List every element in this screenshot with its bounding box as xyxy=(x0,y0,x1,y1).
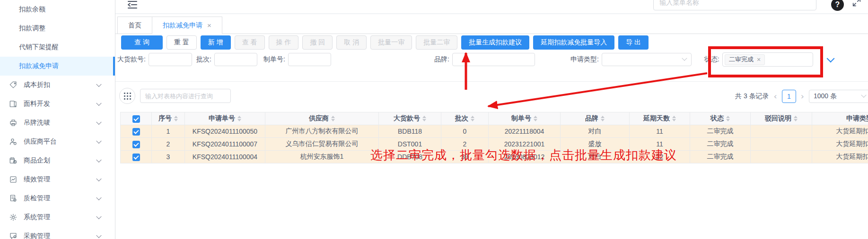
current-page[interactable]: 1 xyxy=(782,90,796,103)
sidebar-item-cost-discount[interactable]: 成本折扣 xyxy=(0,76,115,94)
col-order-no[interactable]: 制单号 xyxy=(489,112,561,125)
sidebar-item-consignment-reminder[interactable]: 代销下架提醒 xyxy=(0,38,115,57)
tab-bar: 首页 扣款减免申请 xyxy=(115,14,868,34)
sidebar-item-label: 扣款调整 xyxy=(19,24,45,33)
apply-type-select[interactable] xyxy=(602,53,692,66)
sort-icon[interactable] xyxy=(794,116,798,121)
chevron-down-icon xyxy=(96,157,101,162)
col-delay-days[interactable]: 延期天数 xyxy=(630,112,690,125)
sort-icon[interactable] xyxy=(672,116,676,121)
sidebar: 扣款余额 扣款调整 代销下架提醒 扣款减免申请 成本折扣 面料开发 吊牌洗唛 供… xyxy=(0,0,115,239)
column-settings-icon[interactable] xyxy=(119,88,135,104)
sort-icon[interactable] xyxy=(422,116,426,121)
cancel-button[interactable]: 取 消 xyxy=(336,35,367,50)
filter-row: 大货款号: 批次: 制单号: 品牌: 申请类型: 状态: 二审完成 xyxy=(115,51,868,68)
sidebar-item-purchase-mgmt[interactable]: 采购管理 xyxy=(0,227,115,239)
style-no-input[interactable] xyxy=(149,53,192,66)
tag-close-icon[interactable] xyxy=(757,56,761,63)
next-page-icon[interactable]: › xyxy=(801,92,804,101)
tab-deduction-relief-apply[interactable]: 扣款减免申请 xyxy=(152,17,222,34)
table-search-input[interactable] xyxy=(140,89,231,103)
status-tag-label: 二审完成 xyxy=(729,55,754,64)
select-all-checkbox[interactable] xyxy=(132,115,140,123)
sort-icon[interactable] xyxy=(331,116,335,121)
sidebar-item-hangtag-label[interactable]: 吊牌洗唛 xyxy=(0,113,115,132)
add-button[interactable]: 新 增 xyxy=(201,35,231,50)
sort-icon[interactable] xyxy=(237,116,241,121)
sidebar-item-label: 吊牌洗唛 xyxy=(24,119,50,127)
col-reject-reason[interactable]: 驳回说明 xyxy=(751,112,812,125)
filter-expand-chevron-icon[interactable] xyxy=(827,55,835,63)
col-seq[interactable]: 序号 xyxy=(152,112,185,125)
sort-icon[interactable] xyxy=(726,116,730,121)
tab-home[interactable]: 首页 xyxy=(117,17,152,34)
sidebar-item-quality-mgmt[interactable]: 质检管理 xyxy=(0,189,115,208)
filter-batch: 批次: xyxy=(196,52,257,67)
help-icon[interactable]: ? xyxy=(831,0,844,11)
row-checkbox[interactable] xyxy=(132,128,140,136)
sidebar-item-system-mgmt[interactable]: 系统管理 xyxy=(0,208,115,227)
export-button[interactable]: 导 出 xyxy=(618,35,649,50)
batch-second-review-button[interactable]: 批量二审 xyxy=(416,35,457,50)
fullscreen-icon[interactable] xyxy=(851,0,862,9)
batch-input[interactable] xyxy=(214,53,257,66)
sort-icon[interactable] xyxy=(534,116,537,121)
sort-icon[interactable] xyxy=(601,116,605,121)
filter-label: 大货款号: xyxy=(117,55,146,64)
sidebar-item-performance-mgmt[interactable]: 绩效管理 xyxy=(0,170,115,189)
sidebar-item-merchandise-planning[interactable]: 商品企划 xyxy=(0,151,115,170)
filter-label: 申请类型: xyxy=(570,55,599,64)
col-style-no[interactable]: 大货款号 xyxy=(379,112,441,125)
batch-generate-deduction-button[interactable]: 批量生成扣款建议 xyxy=(461,35,529,50)
status-tag: 二审完成 xyxy=(725,54,765,65)
view-button[interactable]: 查 看 xyxy=(235,35,265,50)
prev-page-icon[interactable]: ‹ xyxy=(774,92,777,101)
delay-deduction-batch-import-button[interactable]: 延期扣款减免批量导入 xyxy=(533,35,614,50)
chevron-down-icon xyxy=(96,214,101,219)
sidebar-item-deduction-balance[interactable]: 扣款余额 xyxy=(0,0,115,19)
page-size-select[interactable]: 1000 条 xyxy=(809,90,868,103)
operate-button[interactable]: 操 作 xyxy=(269,35,299,50)
menu-search-input[interactable] xyxy=(653,0,816,10)
reset-button[interactable]: 重 置 xyxy=(167,35,197,50)
close-icon[interactable] xyxy=(207,22,211,29)
search-button[interactable]: 查 询 xyxy=(121,35,163,50)
chevron-down-icon xyxy=(96,120,101,125)
order-no-input[interactable] xyxy=(288,53,331,66)
table-row[interactable]: 1KFSQ2024011100050广州市八方制衣有限公司BDB11802022… xyxy=(121,125,868,138)
sidebar-item-label: 绩效管理 xyxy=(24,175,50,184)
sort-icon[interactable] xyxy=(174,116,178,121)
chevron-down-icon xyxy=(861,93,866,98)
table-row[interactable]: 2KFSQ2024011100007义乌市侣仁贸易有限公司DST00122023… xyxy=(121,138,868,151)
col-brand[interactable]: 品牌 xyxy=(561,112,630,125)
status-multiselect[interactable]: 二审完成 xyxy=(722,52,813,67)
divider xyxy=(115,81,868,82)
sidebar-item-label: 成本折扣 xyxy=(24,81,50,89)
brand-input[interactable] xyxy=(452,53,535,66)
collapse-menu-icon[interactable] xyxy=(127,0,138,12)
sidebar-item-deduction-adjust[interactable]: 扣款调整 xyxy=(0,19,115,38)
col-apply-no[interactable]: 申请单号 xyxy=(185,112,265,125)
sidebar-item-supplier-platform[interactable]: 供应商平台 xyxy=(0,132,115,151)
tab-label: 首页 xyxy=(128,21,141,30)
filter-label: 品牌: xyxy=(434,55,449,64)
col-apply-type[interactable]: 申请类型 xyxy=(812,112,868,125)
col-supplier[interactable]: 供应商 xyxy=(265,112,379,125)
performance-icon xyxy=(9,175,18,184)
col-batch[interactable]: 批次 xyxy=(441,112,489,125)
row-checkbox[interactable] xyxy=(132,141,140,148)
sort-icon[interactable] xyxy=(471,116,474,121)
sidebar-item-deduction-relief-apply[interactable]: 扣款减免申请 xyxy=(0,57,115,76)
batch-first-review-button[interactable]: 批量一审 xyxy=(370,35,412,50)
printer-icon xyxy=(9,118,18,128)
col-status[interactable]: 状态 xyxy=(690,112,751,125)
filter-style-no: 大货款号: xyxy=(117,52,192,67)
table-row[interactable]: 3KFSQ2024011100004杭州安东服饰1DDB708392023082… xyxy=(121,151,868,163)
total-records-text: 共 3 条记录 xyxy=(735,92,769,101)
chevron-down-icon xyxy=(96,138,101,144)
withdraw-button[interactable]: 撤 回 xyxy=(302,35,333,50)
sidebar-item-fabric-dev[interactable]: 面料开发 xyxy=(0,94,115,113)
row-checkbox[interactable] xyxy=(132,154,140,161)
filter-status: 状态: 二审完成 xyxy=(704,52,813,67)
quality-icon xyxy=(9,194,18,203)
